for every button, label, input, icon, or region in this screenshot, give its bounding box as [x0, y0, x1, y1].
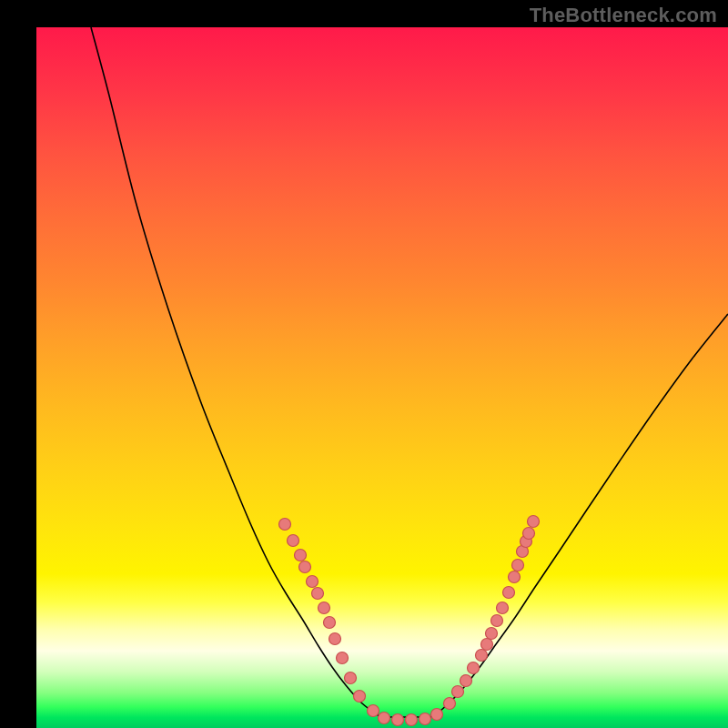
data-point — [431, 709, 443, 721]
data-point — [509, 571, 521, 583]
data-point — [345, 672, 357, 684]
data-point — [481, 639, 493, 651]
data-point — [354, 691, 366, 703]
data-point — [368, 705, 379, 717]
data-point — [329, 633, 341, 645]
data-point — [324, 617, 336, 629]
data-point — [468, 662, 480, 674]
data-point — [318, 602, 330, 614]
data-point — [528, 516, 540, 528]
chart-frame: TheBottleneck.com — [0, 0, 728, 728]
data-point — [420, 713, 431, 725]
data-point — [503, 587, 515, 599]
plot-area — [36, 27, 728, 728]
data-point — [460, 675, 472, 687]
data-point — [295, 550, 307, 561]
data-point — [497, 602, 509, 614]
data-point — [307, 576, 318, 588]
data-point — [512, 560, 524, 571]
chart-svg — [36, 27, 728, 728]
data-point — [279, 519, 291, 531]
data-point — [379, 713, 390, 724]
data-points-group — [279, 516, 540, 726]
data-point — [486, 628, 498, 640]
left-curve — [91, 27, 433, 717]
data-point — [452, 686, 464, 698]
data-point — [392, 714, 404, 726]
data-point — [299, 561, 311, 573]
data-point — [523, 528, 535, 540]
data-point — [491, 615, 503, 627]
data-point — [337, 652, 349, 664]
watermark-text: TheBottleneck.com — [530, 4, 717, 27]
data-point — [312, 588, 324, 600]
data-point — [476, 650, 488, 662]
data-point — [288, 535, 299, 547]
data-point — [444, 698, 456, 710]
data-point — [406, 714, 418, 726]
